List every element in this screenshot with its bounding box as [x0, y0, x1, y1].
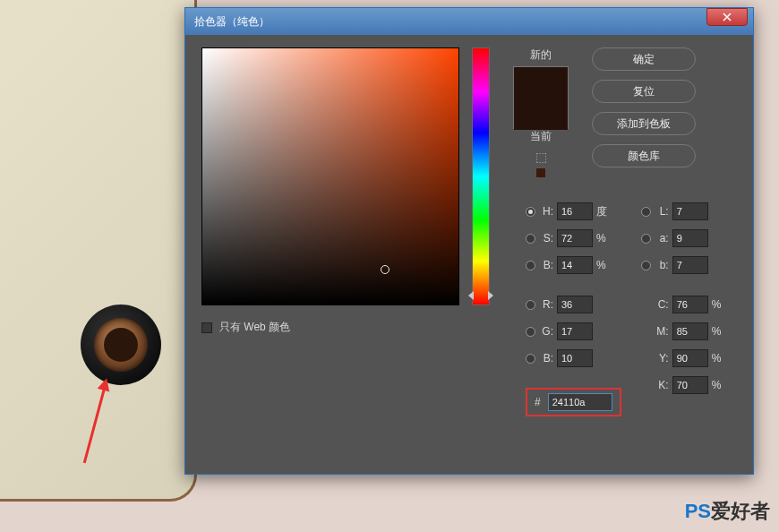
- b-input[interactable]: [557, 256, 593, 274]
- watermark-rest: 爱好者: [711, 500, 770, 522]
- web-only-row[interactable]: 只有 Web 颜色: [201, 320, 459, 335]
- hue-strip[interactable]: [472, 47, 490, 305]
- rgb-b-input[interactable]: [557, 349, 593, 367]
- y-row: Y: %: [641, 348, 724, 368]
- lab-cmyk-column: L: a: b: C: %: [641, 202, 724, 416]
- swatch-current: [514, 99, 568, 130]
- y-input[interactable]: [672, 349, 708, 367]
- rgb-b-label: B:: [539, 352, 553, 365]
- device-knob: [81, 305, 161, 385]
- watermark-ps: PS: [685, 500, 711, 522]
- web-only-checkbox[interactable]: [201, 322, 212, 333]
- background-device-panel: [0, 0, 197, 502]
- rgb-b-row: B:: [526, 348, 621, 368]
- a-radio[interactable]: [641, 234, 651, 244]
- g-row: G:: [526, 322, 621, 341]
- close-icon: [723, 13, 732, 21]
- h-radio[interactable]: [526, 207, 535, 217]
- b-label: B:: [539, 259, 553, 271]
- hex-row-highlight: #: [526, 388, 621, 416]
- reset-button[interactable]: 复位: [592, 80, 696, 103]
- s-label: S:: [539, 232, 553, 245]
- a-input[interactable]: [672, 229, 708, 247]
- color-field-cursor: [381, 265, 390, 274]
- cube-icon[interactable]: ⬚: [535, 150, 547, 164]
- rgb-b-radio[interactable]: [526, 354, 535, 364]
- watermark: PS爱好者: [685, 498, 770, 525]
- m-row: M: %: [641, 322, 724, 341]
- g-input[interactable]: [557, 322, 593, 340]
- knob-ring: [94, 318, 148, 372]
- lab-b-input[interactable]: [672, 256, 708, 274]
- s-radio[interactable]: [526, 234, 535, 244]
- c-row: C: %: [641, 295, 724, 314]
- r-input[interactable]: [557, 296, 593, 313]
- b-radio[interactable]: [526, 261, 535, 270]
- l-row: L:: [641, 202, 724, 221]
- h-label: H:: [539, 205, 553, 218]
- m-label: M:: [655, 325, 669, 338]
- s-row: S: %: [526, 228, 621, 248]
- c-unit: %: [712, 298, 724, 311]
- hash-label: #: [535, 396, 541, 408]
- y-unit: %: [712, 352, 724, 365]
- lab-b-label: b:: [655, 259, 669, 271]
- k-label: K:: [655, 379, 669, 391]
- color-picker-dialog: 拾色器（纯色） 只有 Web 颜色 新的 当前 ⬚: [184, 7, 754, 475]
- knob-center: [104, 328, 138, 362]
- lab-b-row: b:: [641, 255, 724, 275]
- h-input[interactable]: [557, 202, 593, 220]
- c-input[interactable]: [672, 296, 708, 313]
- g-radio[interactable]: [526, 327, 535, 337]
- h-row: H: 度: [526, 202, 621, 221]
- hue-column: [472, 47, 493, 305]
- s-unit: %: [596, 232, 609, 245]
- k-input[interactable]: [672, 376, 708, 394]
- k-row: K: %: [641, 375, 724, 395]
- ok-button[interactable]: 确定: [592, 47, 696, 71]
- new-label: 新的: [530, 47, 552, 63]
- r-row: R:: [526, 295, 621, 314]
- color-lib-button[interactable]: 颜色库: [592, 144, 696, 167]
- dialog-titlebar[interactable]: 拾色器（纯色）: [185, 8, 753, 35]
- l-radio[interactable]: [641, 207, 651, 217]
- h-unit: 度: [596, 204, 609, 219]
- r-radio[interactable]: [526, 300, 535, 310]
- color-fields: H: 度 S: % B: % R:: [526, 202, 724, 416]
- hsb-rgb-column: H: 度 S: % B: % R:: [526, 202, 621, 416]
- g-label: G:: [539, 325, 553, 338]
- left-column: 只有 Web 颜色: [201, 47, 459, 335]
- close-button[interactable]: [706, 8, 748, 26]
- s-input[interactable]: [557, 229, 593, 247]
- c-label: C:: [655, 298, 669, 311]
- m-unit: %: [712, 325, 724, 338]
- add-swatch-button[interactable]: 添加到色板: [592, 112, 696, 135]
- swatch-compare[interactable]: [513, 66, 569, 129]
- warning-swatch[interactable]: [535, 167, 546, 178]
- b-row: B: %: [526, 255, 621, 275]
- y-label: Y:: [655, 352, 669, 365]
- hue-slider-thumbs[interactable]: [468, 291, 493, 300]
- l-label: L:: [655, 205, 669, 218]
- lab-b-radio[interactable]: [641, 261, 651, 270]
- m-input[interactable]: [672, 322, 708, 340]
- dialog-title: 拾色器（纯色）: [194, 14, 270, 30]
- b-unit: %: [596, 259, 609, 271]
- swatch-new: [514, 67, 568, 99]
- hex-input[interactable]: [548, 393, 612, 411]
- r-label: R:: [539, 298, 553, 311]
- current-label: 当前: [530, 129, 552, 144]
- l-input[interactable]: [672, 202, 708, 220]
- k-unit: %: [712, 379, 724, 391]
- color-field[interactable]: [201, 47, 459, 305]
- web-only-label: 只有 Web 颜色: [219, 320, 290, 335]
- a-row: a:: [641, 228, 724, 248]
- a-label: a:: [655, 232, 669, 245]
